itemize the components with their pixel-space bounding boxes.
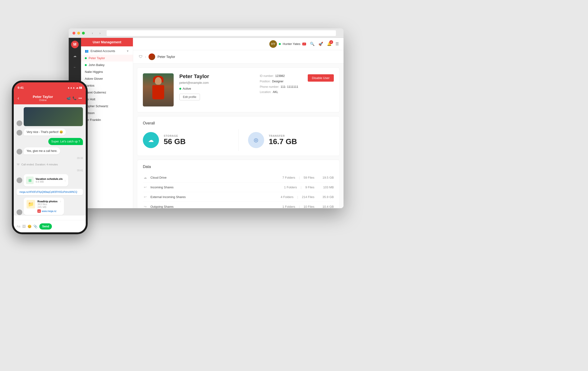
download-icon[interactable]: ↓ [64,179,66,182]
overall-section: Overall ☁ STORAGE 56 GB ◎ [137,116,340,156]
meta-id-row: ID number: 123982 [260,73,298,79]
emoji-icon[interactable]: 😊 [28,225,32,228]
incoming-size: 103 MB [317,185,334,189]
accounts-people-icon: 👥 [85,49,89,53]
data-title: Data [143,165,334,169]
current-user: HY Hunter Yates ✓ [269,40,306,48]
mega-url: www.mega.nz [42,210,56,212]
accounts-dropdown-icon[interactable]: ▼ [126,50,129,53]
user-name-john: John Bailey [89,63,105,67]
cloud-drive-icon: ☁ [143,176,147,179]
profile-email: petert@example.com [179,81,254,84]
transfer-value: 16.7 GB [269,137,297,146]
folder-bubble-1: 📁 Roadtrip photos 363 files 245 MB M www… [24,198,64,215]
mac-addressbar[interactable] [107,30,336,36]
mac-nav: ‹ › [90,30,103,36]
menu-icon[interactable]: ☰ [336,42,339,46]
mac-dot-red[interactable] [73,32,75,35]
data-row-cloud: ☁ Cloud Drive 7 Folders | 59 Files 19.5 … [143,173,334,182]
xls-icon: ⊞ [26,177,34,184]
mac-dot-yellow[interactable] [77,32,80,35]
profile-status: Active [179,87,254,90]
user-item-nalie-higgins[interactable]: Nalie Higgins [81,68,133,75]
sender-avatar-1 [17,120,22,126]
chat-image-car [24,107,83,126]
edit-profile-button[interactable]: Edit profile [179,94,200,100]
link-bubble: mega.nz/#Flr0FzFKpQIt0taqCpW3FHXEoPdmoWN… [17,189,83,195]
input-action-icons: 🖼 😊 📎 [22,225,37,228]
aa-label: Aa [17,225,20,228]
meta-location-label: Location: [260,90,271,95]
transfer-card: ◎ TRANSFER 16.7 GB [248,129,334,151]
meta-id-value: 123982 [275,73,285,79]
phone-video-icon[interactable]: 📹 [67,96,71,100]
cloud-drive-folders: 7 Folders [282,176,295,179]
sender-avatar-4 [17,178,22,183]
mac-dot-green[interactable] [82,32,85,35]
bubble-sent-1: Super. Let's catch up ? [48,138,83,145]
disable-user-button[interactable]: Disable User [308,74,334,82]
storage-label: STORAGE [164,134,186,137]
folder-message-row: 📁 Roadtrip photos 363 files 245 MB M www… [17,198,83,215]
external-shares-icon: ↩ [143,195,147,199]
data-section: Data ☁ Cloud Drive 7 Folders | 59 Files … [137,160,340,208]
file-name: Vacation schedule.xls [36,178,63,180]
phone-signal-icon: ▲▲▲ ☁ ▮▮ [67,86,82,89]
sidebar-cloud-icon[interactable]: ☁ [71,52,79,60]
stats-row: ☁ STORAGE 56 GB ◎ TRANSFER 16. [143,129,334,151]
outgoing-files: 10 Files [304,205,314,209]
breadcrumb-shield-icon: 🛡 [139,55,143,59]
phone-chat-area: Very nice - That's perfect! 😄 Super. Let… [14,104,86,216]
incoming-shares-label: Incoming Shares [150,185,281,189]
phone-back-button[interactable]: ‹ [18,95,19,101]
phone-ended-icon: ☏ [17,163,20,166]
timestamp-2: 09:41 [17,169,83,172]
user-avatar: HY [269,40,277,48]
sender-avatar-3 [17,149,22,154]
phone-input-bar: Aa 🖼 😊 📎 Send [14,220,86,232]
storage-icon-circle: ☁ [143,132,159,148]
mac-titlebar: ‹ › [69,28,344,38]
search-icon-topbar[interactable]: 🔍 [310,42,315,46]
file-message-row: ⊞ Vacation schedule.xls 4.6 MB ↓ [17,174,83,186]
phone-call-icon[interactable]: 📞 [73,96,76,100]
data-row-outgoing: ↪ Outgoing Shares 1 Folders | 10 Files 1… [143,202,334,208]
sidebar-logo-m[interactable]: M [71,41,79,48]
person-body [152,85,164,99]
file-size: 4.6 MB [36,180,63,183]
call-indicator: ☏ Call ended. Duration: 4 minutes [17,162,83,167]
meta-position-label: Position: [260,79,271,84]
separator-2: | [301,185,301,189]
image-icon[interactable]: 🖼 [22,225,26,228]
storage-value: 56 GB [164,137,186,146]
attachment-icon[interactable]: 📎 [33,225,37,228]
mac-forward-btn[interactable]: › [97,30,103,36]
user-active-dot [85,57,87,59]
notification-count: 4 [329,40,333,44]
phone-contact-info: Peter Taylor Online [21,95,64,101]
outgoing-size: 10.4 GB [317,205,334,209]
user-management-header: User Management [81,38,133,46]
user-item-peter-taylor[interactable]: Peter Taylor [81,55,133,61]
person-figure [149,76,168,104]
send-button[interactable]: Send [39,223,52,230]
sidebar-arrow-icon[interactable]: ← [71,63,79,71]
folder-info: Roadtrip photos 363 files 245 MB M www.m… [37,200,58,213]
storage-info: STORAGE 56 GB [164,134,186,146]
outgoing-shares-icon: ↪ [143,205,147,208]
phone-overlay: 9:41 ▲▲▲ ☁ ▮▮ ‹ Peter Taylor Online 📹 📞 … [12,80,92,241]
phone-statusbar: 9:41 ▲▲▲ ☁ ▮▮ [14,82,86,93]
user-name-adore: Adore Glover [85,77,103,80]
message-row-2: Super. Let's catch up ? [17,138,83,145]
phone-time: 9:41 [18,86,24,90]
phone-more-icon[interactable]: ••• [78,96,82,100]
folder-share-icon[interactable]: ↑ [60,200,61,213]
transfer-icon-circle: ◎ [248,132,264,148]
notification-icon[interactable]: 🔔 4 [327,42,332,46]
rocket-icon[interactable]: 🚀 [318,42,323,46]
breadcrumb-avatar [148,53,155,60]
profile-photo-bg [143,73,174,107]
user-item-john-bailey[interactable]: John Bailey [81,61,133,68]
meta-phone-value: 111- 1111111 [281,84,298,90]
mac-back-btn[interactable]: ‹ [90,30,95,36]
